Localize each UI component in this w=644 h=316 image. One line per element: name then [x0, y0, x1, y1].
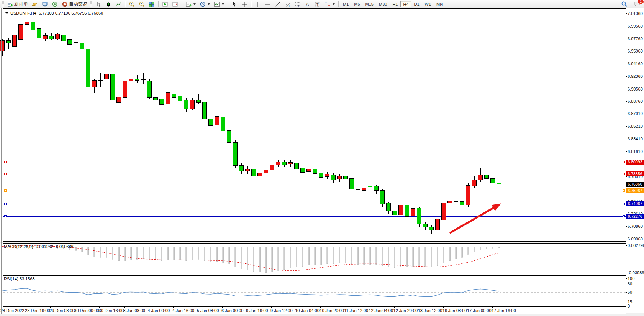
candle-body: [270, 165, 274, 170]
macd-histogram-bar: [480, 247, 481, 250]
chart-shift-button[interactable]: [170, 1, 180, 8]
svg-text:E: E: [289, 4, 291, 7]
news-button[interactable]: [50, 1, 60, 8]
horizontal-line-tool-button[interactable]: [263, 1, 273, 8]
search-button[interactable]: [619, 0, 629, 7]
macd-histogram-bar: [149, 247, 150, 260]
candle-body: [233, 142, 238, 165]
line-handle[interactable]: [623, 216, 624, 217]
timeframe-button-mn[interactable]: MN: [434, 1, 446, 7]
timeframe-button-h4[interactable]: H4: [400, 1, 411, 7]
price-line-tag[interactable]: 6.72276: [626, 214, 644, 219]
toolbar-grip[interactable]: [90, 1, 92, 7]
tile-windows-button[interactable]: [147, 1, 157, 8]
macd-histogram-bar: [100, 247, 101, 258]
candlestick-mode-button[interactable]: [103, 1, 113, 8]
price-line-tag[interactable]: 6.74067: [626, 201, 644, 206]
candle-body: [92, 80, 97, 87]
candle-body: [227, 130, 231, 142]
candle-body: [172, 94, 176, 97]
dropdown-arrow-icon: [333, 3, 335, 5]
timeframe-button-m1[interactable]: M1: [340, 1, 351, 7]
line-handle[interactable]: [623, 190, 624, 192]
timeframe-button-m15[interactable]: M15: [363, 1, 376, 7]
macd-histogram-bar: [82, 247, 83, 252]
x-axis-tick: [443, 307, 444, 308]
line-handle[interactable]: [4, 190, 6, 192]
crosshair-tool-button[interactable]: [239, 1, 249, 8]
macd-histogram-bar: [131, 247, 132, 260]
auto-scroll-button[interactable]: [160, 1, 170, 8]
crosshair-icon: [241, 1, 247, 7]
cursor-tool-button[interactable]: [229, 1, 239, 8]
price-line-tag[interactable]: 6.75967: [626, 188, 644, 193]
x-axis-tick: [419, 307, 419, 308]
x-axis-tick: [149, 307, 149, 308]
notifications-button[interactable]: 1: [632, 0, 642, 7]
macd-histogram-bar: [247, 247, 248, 270]
tile-windows-icon: [149, 1, 155, 7]
macd-histogram-bar: [155, 247, 156, 260]
candle-body: [356, 189, 360, 190]
macd-histogram-bar: [137, 247, 138, 260]
autotrading-button[interactable]: 自动交易: [60, 1, 89, 8]
timeframe-button-d1[interactable]: D1: [411, 1, 422, 7]
autotrading-label: 自动交易: [69, 1, 87, 7]
main-price-chart[interactable]: [0, 8, 626, 242]
price-line-tag[interactable]: 6.78356: [626, 171, 644, 176]
line-handle[interactable]: [4, 203, 6, 205]
symbol-dropdown-icon[interactable]: [5, 12, 8, 14]
candle-body: [411, 209, 415, 216]
price-line-tag[interactable]: 6.80093: [626, 160, 644, 165]
line-handle[interactable]: [4, 216, 6, 217]
vertical-line-tool-button[interactable]: [253, 1, 263, 8]
line-handle[interactable]: [4, 173, 6, 175]
market-watch-button[interactable]: [30, 1, 40, 8]
zoom-in-button[interactable]: [127, 1, 137, 8]
fibonacci-tool-button[interactable]: F: [293, 1, 303, 8]
toolbar-separator: [125, 1, 125, 7]
rsi-indicator-panel[interactable]: [0, 275, 626, 307]
candle-body: [190, 100, 195, 109]
trendline-tool-button[interactable]: [273, 1, 283, 8]
timeframe-button-w1[interactable]: W1: [422, 1, 434, 7]
timeframe-button-m30[interactable]: M30: [376, 1, 390, 7]
time-axis[interactable]: 28 Dec 202228 Dec 16:0029 Dec 08:0030 De…: [0, 307, 626, 314]
macd-indicator-panel[interactable]: [0, 243, 626, 275]
macd-histogram-bar: [161, 247, 162, 261]
timeframe-button-h1[interactable]: H1: [390, 1, 400, 7]
candle-body: [147, 81, 152, 98]
channel-tool-button[interactable]: E: [283, 1, 293, 8]
shapes-tool-button[interactable]: [323, 1, 337, 8]
trend-arrow-line[interactable]: [450, 207, 495, 233]
text-tool-button[interactable]: A: [303, 1, 313, 8]
timeframe-button-m5[interactable]: M5: [351, 1, 362, 7]
x-axis-tick: [173, 307, 174, 308]
zoom-out-button[interactable]: [137, 1, 147, 8]
price-axis[interactable]: 7.013606.995606.977606.959606.941606.923…: [626, 8, 644, 313]
line-handle[interactable]: [623, 203, 624, 205]
candle-body: [393, 211, 397, 215]
macd-signal-line: [2, 246, 499, 271]
trend-arrow-head[interactable]: [492, 203, 501, 211]
macd-histogram-bar: [253, 247, 254, 272]
x-axis-tick-label: 4 Jan 16:00: [172, 308, 195, 313]
toolbar-separator: [158, 1, 159, 7]
templates-button[interactable]: [212, 1, 226, 8]
bar-chart-mode-button[interactable]: [93, 1, 103, 8]
svg-text:A: A: [306, 2, 309, 7]
line-chart-mode-button[interactable]: [113, 1, 123, 8]
new-order-button[interactable]: 新订单: [5, 1, 30, 8]
candle-body: [123, 81, 127, 98]
periods-button[interactable]: [198, 1, 212, 8]
y-axis-tick-label: 6.90560: [628, 87, 643, 91]
label-tool-button[interactable]: T: [313, 1, 323, 8]
toolbar-grip[interactable]: [2, 1, 4, 7]
macd-histogram-bar: [456, 247, 457, 259]
new-chart-button[interactable]: [184, 1, 198, 8]
candle-body: [454, 202, 458, 202]
line-handle[interactable]: [623, 173, 624, 175]
line-handle[interactable]: [623, 161, 624, 163]
terminal-button[interactable]: [40, 1, 50, 8]
line-handle[interactable]: [4, 161, 6, 163]
